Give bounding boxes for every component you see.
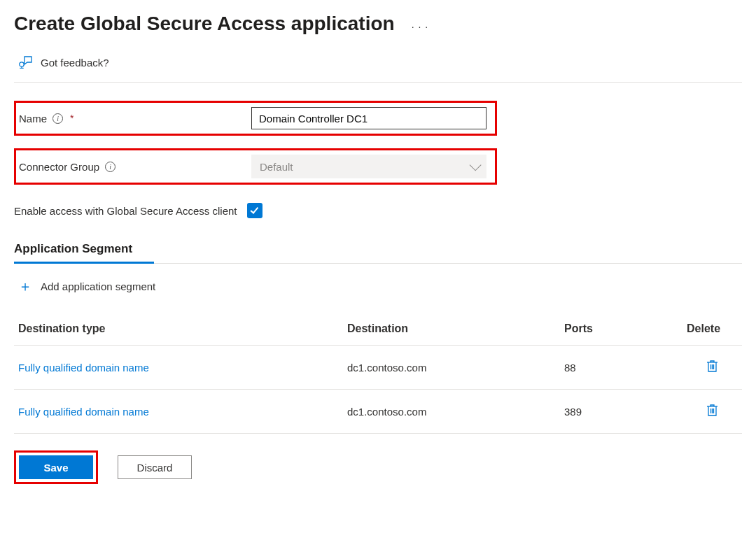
field-name-row: Name i * [14,101,497,136]
required-star-icon: * [70,113,74,124]
field-group-label: Connector Group i [19,161,251,173]
feedback-icon [18,55,34,71]
check-icon [251,205,259,213]
field-group-row: Connector Group i Default [14,148,497,185]
footer-actions: Save Discard [14,450,742,484]
plus-icon: ＋ [18,279,32,293]
col-header-ports[interactable]: Ports [560,313,682,346]
table-row: Fully qualified domain namedc1.contoso.c… [14,390,742,434]
col-header-delete: Delete [682,313,742,346]
add-segment-button[interactable]: ＋ Add application segment [14,279,742,293]
ports-cell: 88 [560,346,682,390]
delete-icon[interactable] [706,404,718,419]
ports-cell: 389 [560,390,682,434]
tab-underline [14,262,154,264]
info-icon[interactable]: i [105,162,115,172]
feedback-link[interactable]: Got feedback? [14,50,742,83]
col-header-dest[interactable]: Destination [343,313,560,346]
name-input[interactable] [251,107,486,129]
dest-cell: dc1.contoso.com [343,346,560,390]
dest-cell: dc1.contoso.com [343,390,560,434]
page-header: Create Global Secure Access application … [14,13,742,35]
page-title: Create Global Secure Access application [14,13,395,35]
svg-point-0 [20,62,24,66]
save-highlight: Save [14,450,98,484]
col-header-type[interactable]: Destination type [14,313,343,346]
table-row: Fully qualified domain namedc1.contoso.c… [14,346,742,390]
delete-icon[interactable] [706,360,718,375]
field-name-label: Name i * [19,113,251,125]
dest-type-link[interactable]: Fully qualified domain name [14,346,343,390]
enable-access-checkbox[interactable] [247,203,262,218]
dest-type-link[interactable]: Fully qualified domain name [14,390,343,434]
segment-table: Destination type Destination Ports Delet… [14,313,742,434]
more-icon[interactable]: · · · [412,15,428,32]
connector-group-select[interactable]: Default [251,155,486,178]
chevron-down-icon [470,159,482,171]
save-button[interactable]: Save [19,455,93,479]
discard-button[interactable]: Discard [118,455,192,479]
feedback-label: Got feedback? [41,57,109,69]
connector-group-value: Default [260,161,293,173]
segment-tab[interactable]: Application Segment [14,242,742,264]
info-icon[interactable]: i [52,113,63,124]
enable-access-row: Enable access with Global Secure Access … [14,203,742,218]
enable-access-label: Enable access with Global Secure Access … [14,205,237,217]
